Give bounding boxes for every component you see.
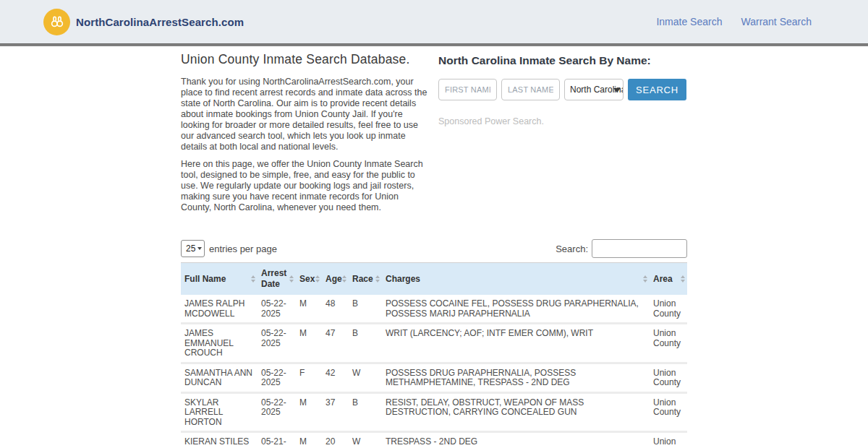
cell-full-name: KIERAN STILES CULPEPPER [181,432,258,448]
top-nav: Inmate Search Warrant Search [656,16,812,27]
cell-arrest-date: 05-22-2025 [258,392,296,432]
page-size-value: 25 [186,244,195,254]
column-header-area[interactable]: Area [650,263,687,296]
cell-charges: POSSESS DRUG PARAPHERNALIA, POSSESS METH… [382,363,650,392]
sort-icon[interactable] [681,275,685,283]
sort-icon[interactable] [342,275,346,283]
cell-arrest-date: 05-22-2025 [258,324,296,363]
nav-inmate-search[interactable]: Inmate Search [656,16,722,27]
cell-age: 42 [322,363,349,392]
sponsored-note: Sponsored Power Search. [438,116,687,126]
cell-arrest-date: 05-22-2025 [258,295,296,324]
site-header: NorthCarolinaArrestSearch.com Inmate Sea… [0,0,868,43]
sort-icon[interactable] [375,275,380,283]
chevron-down-icon [197,247,202,250]
brand-name: NorthCarolinaArrestSearch.com [76,16,244,28]
table-row: JAMES EMMANUEL CROUCH 05-22-2025 M 47 B … [181,324,687,363]
sort-icon[interactable] [315,275,320,283]
intro-paragraph-2: Here on this page, we offer the Union Co… [181,159,430,213]
column-header-charges[interactable]: Charges [382,263,650,296]
cell-age: 20 [322,432,349,448]
brand-logo[interactable]: NorthCarolinaArrestSearch.com [43,9,244,35]
cell-age: 48 [322,295,349,324]
cell-race: B [349,295,382,324]
cell-race: B [349,324,382,363]
first-name-input[interactable] [438,79,497,100]
search-button[interactable]: SEARCH [628,79,686,100]
cell-area: Union County [650,392,687,432]
cell-charges: POSSESS COCAINE FEL, POSSESS DRUG PARAPH… [382,295,650,324]
cell-sex: M [296,324,322,363]
table-row: KIERAN STILES CULPEPPER 05-21-2025 M 20 … [181,432,687,448]
table-row: SKYLAR LARRELL HORTON 05-22-2025 M 37 B … [181,392,687,432]
cell-full-name: SAMANTHA ANN DUNCAN [181,363,258,392]
page-size-select[interactable]: 25 [181,240,205,257]
main-content: Union County Inmate Search Database. Tha… [181,46,687,448]
column-header-sex[interactable]: Sex [296,263,322,296]
cell-sex: F [296,363,322,392]
name-search-section: North Carolina Inmate Search By Name: No… [438,52,687,220]
table-search-input[interactable] [592,239,687,258]
cell-charges: RESIST, DELAY, OBSTRUCT, WEAPON OF MASS … [382,392,650,432]
cell-age: 47 [322,324,349,363]
nav-warrant-search[interactable]: Warrant Search [741,16,812,27]
column-header-race[interactable]: Race [349,263,382,296]
intro-paragraph-1: Thank you for using NorthCarolinaArrestS… [181,77,430,152]
cell-charges: TRESPASS - 2ND DEG [382,432,650,448]
entries-per-page-label: entries per page [209,244,277,254]
form-title: North Carolina Inmate Search By Name: [438,54,687,67]
cell-full-name: JAMES EMMANUEL CROUCH [181,324,258,363]
cell-sex: M [296,392,322,432]
cell-full-name: SKYLAR LARRELL HORTON [181,392,258,432]
page-title: Union County Inmate Search Database. [181,52,430,67]
column-header-full-name[interactable]: Full Name [181,263,258,296]
handcuffs-icon [43,9,70,35]
sort-icon[interactable] [289,275,294,283]
sort-icon[interactable] [643,275,647,283]
cell-area: Union County [650,324,687,363]
table-row: JAMES RALPH MCDOWELL 05-22-2025 M 48 B P… [181,295,687,324]
table-header-row: Full Name Arrest Date Sex Age Race [181,263,687,296]
sort-icon[interactable] [251,275,255,283]
name-search-form: North Carolina SEARCH [438,79,687,100]
table-row: SAMANTHA ANN DUNCAN 05-22-2025 F 42 W PO… [181,363,687,392]
cell-full-name: JAMES RALPH MCDOWELL [181,295,258,324]
cell-race: B [349,392,382,432]
chevron-down-icon [613,88,621,92]
cell-charges: WRIT (LARCENCY; AOF; INTF EMER COMM), WR… [382,324,650,363]
cell-race: W [349,432,382,448]
cell-arrest-date: 05-21-2025 [258,432,296,448]
cell-race: W [349,363,382,392]
table-search-label: Search: [556,244,588,254]
cell-arrest-date: 05-22-2025 [258,363,296,392]
cell-age: 37 [322,392,349,432]
cell-sex: M [296,432,322,448]
cell-area: Union County [650,295,687,324]
cell-area: Union County [650,432,687,448]
cell-area: Union County [650,363,687,392]
column-header-age[interactable]: Age [322,263,349,296]
intro-section: Union County Inmate Search Database. Tha… [181,52,438,220]
table-controls: 25 entries per page Search: [181,239,687,258]
state-select[interactable]: North Carolina [564,79,624,100]
cell-sex: M [296,295,322,324]
column-header-arrest-date[interactable]: Arrest Date [258,263,296,296]
inmate-table: Full Name Arrest Date Sex Age Race [181,262,687,448]
last-name-input[interactable] [501,79,560,100]
